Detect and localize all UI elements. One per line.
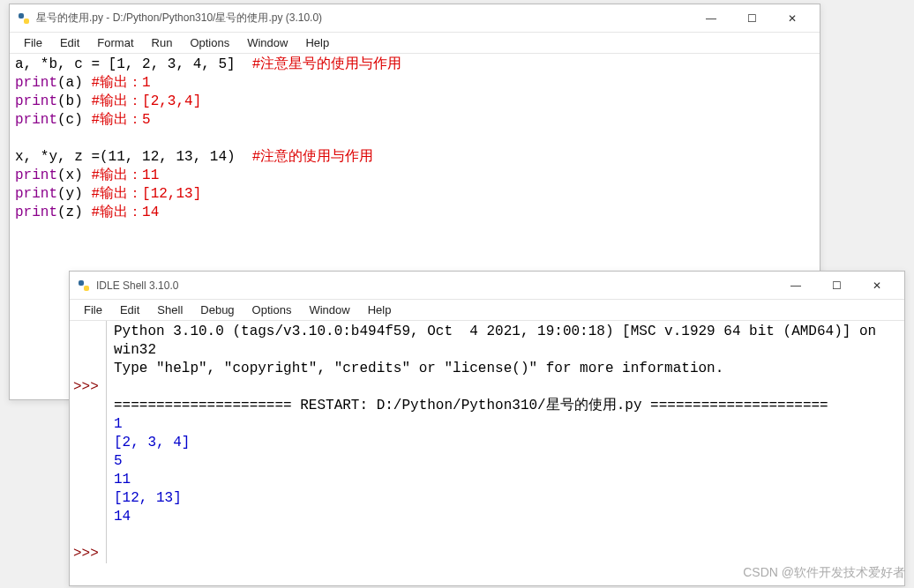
code-args: (x) [57,167,91,183]
shell-body[interactable]: >>> >>> Python 3.10.0 (tags/v3.10.0:b494… [70,321,904,563]
svg-rect-2 [79,280,84,286]
maximize-button[interactable]: ☐ [731,5,772,32]
banner: Type "help", "copyright", "credits" or "… [114,361,723,376]
banner: Python 3.10.0 (tags/v3.10.0:b494f59, Oct… [114,324,885,358]
code-editor[interactable]: a, *b, c = [1, 2, 3, 4, 5] #注意星号的使用与作用 p… [10,54,820,224]
editor-title: 星号的使用.py - D:/Python/Python310/星号的使用.py … [36,11,691,26]
code-args: (a) [57,75,91,91]
code-builtin: print [15,75,57,91]
menu-options[interactable]: Options [243,301,301,318]
menu-window[interactable]: Window [300,301,358,318]
menu-format[interactable]: Format [88,34,142,51]
prompt: >>> [73,545,106,563]
code-comment: #输出：11 [91,167,159,183]
code-args: (z) [57,205,91,220]
code-args: (b) [57,93,91,109]
menu-run[interactable]: Run [143,34,182,51]
shell-menubar: File Edit Shell Debug Options Window Hel… [70,300,904,321]
code-comment: #输出：5 [91,112,150,128]
menu-file[interactable]: File [75,301,111,318]
code-line: x, *y, z =(11, 12, 13, 14) [15,149,252,165]
menu-help[interactable]: Help [296,34,338,51]
minimize-button[interactable]: — [691,5,731,32]
python-icon [17,11,31,26]
menu-options[interactable]: Options [181,34,238,51]
output-line: [2, 3, 4] [114,435,190,450]
menu-edit[interactable]: Edit [111,301,148,318]
minimize-button[interactable]: — [775,272,816,299]
editor-menubar: File Edit Format Run Options Window Help [10,33,820,54]
close-button[interactable]: ✕ [857,272,897,299]
window-controls: — ☐ ✕ [775,272,897,299]
code-args: (y) [57,186,91,202]
output-line: 14 [114,509,131,525]
shell-output[interactable]: Python 3.10.0 (tags/v3.10.0:b494f59, Oct… [107,321,904,563]
code-builtin: print [15,93,57,109]
output-line: 5 [114,453,123,469]
code-line: a, *b, c = [1, 2, 3, 4, 5] [15,56,252,72]
svg-rect-1 [24,19,29,24]
editor-titlebar[interactable]: 星号的使用.py - D:/Python/Python310/星号的使用.py … [10,4,820,33]
svg-rect-0 [19,13,24,19]
menu-edit[interactable]: Edit [51,34,88,51]
code-comment: #输出：[2,3,4] [91,93,201,109]
output-line: 11 [114,472,131,488]
output-line: 1 [114,416,123,432]
shell-titlebar[interactable]: IDLE Shell 3.10.0 — ☐ ✕ [70,272,904,300]
maximize-button[interactable]: ☐ [816,272,857,299]
code-comment: #输出：1 [91,75,150,91]
code-comment: #注意的使用与作用 [252,149,374,165]
prompt-gutter: >>> >>> [70,321,107,563]
shell-title: IDLE Shell 3.10.0 [96,279,775,292]
code-builtin: print [15,186,57,202]
code-builtin: print [15,167,57,183]
output-line: [12, 13] [114,490,182,506]
code-comment: #输出：14 [91,205,159,220]
menu-debug[interactable]: Debug [191,301,243,318]
close-button[interactable]: ✕ [772,5,813,32]
shell-window: IDLE Shell 3.10.0 — ☐ ✕ File Edit Shell … [69,271,905,586]
code-comment: #输出：[12,13] [91,186,201,202]
code-args: (c) [57,112,91,128]
window-controls: — ☐ ✕ [691,5,813,32]
menu-shell[interactable]: Shell [148,301,191,318]
prompt: >>> [73,378,106,397]
menu-help[interactable]: Help [359,301,401,318]
menu-window[interactable]: Window [238,34,296,51]
code-builtin: print [15,205,57,220]
code-comment: #注意星号的使用与作用 [252,56,402,72]
code-builtin: print [15,112,57,128]
menu-file[interactable]: File [15,34,51,51]
restart-line: ===================== RESTART: D:/Python… [114,398,828,413]
svg-rect-3 [84,286,89,291]
python-icon [77,279,91,293]
